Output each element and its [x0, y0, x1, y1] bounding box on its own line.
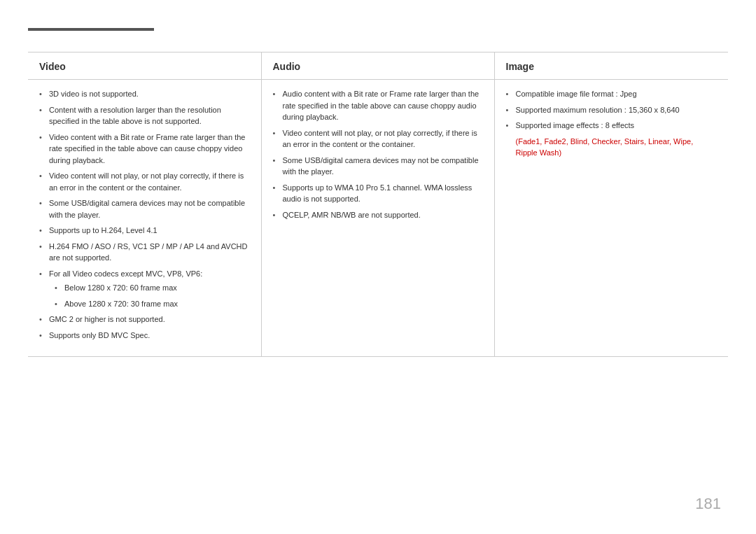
list-item: 3D video is not supported. [39, 88, 250, 100]
list-item: Supports up to WMA 10 Pro 5.1 channel. W… [273, 182, 483, 205]
list-item: Video content will not play, or not play… [39, 170, 250, 193]
list-item: Video content will not play, or not play… [273, 127, 483, 150]
list-item: Some USB/digital camera devices may not … [39, 197, 250, 220]
audio-cell: Audio content with a Bit rate or Frame r… [261, 80, 494, 357]
sub-list-item: Above 1280 x 720: 30 frame max [55, 298, 250, 310]
list-item: H.264 FMO / ASO / RS, VC1 SP / MP / AP L… [39, 241, 250, 264]
list-item: Compatible image file format : Jpeg [506, 88, 718, 100]
page-container: Video Audio Image 3D video is not suppor… [0, 0, 756, 534]
image-cell: Compatible image file format : Jpeg Supp… [494, 80, 728, 357]
header-video: Video [28, 52, 261, 80]
page-number: 181 [695, 495, 721, 513]
top-bar-decoration [28, 28, 154, 31]
image-list: Compatible image file format : Jpeg Supp… [506, 88, 718, 132]
sub-list-item: Below 1280 x 720: 60 frame max [55, 282, 250, 294]
list-item: Video content with a Bit rate or Frame r… [39, 132, 250, 167]
list-item: Supports only BD MVC Spec. [39, 330, 250, 342]
header-audio: Audio [261, 52, 494, 80]
content-table: Video Audio Image 3D video is not suppor… [28, 52, 728, 357]
video-cell: 3D video is not supported. Content with … [28, 80, 261, 357]
image-effects-highlight: (Fade1, Fade2, Blind, Checker, Stairs, L… [516, 136, 718, 159]
list-item: Supported image effects : 8 effects [506, 120, 718, 132]
list-item: Supports up to H.264, Level 4.1 [39, 225, 250, 237]
list-item: Supported maximum resolution : 15,360 x … [506, 104, 718, 116]
audio-list: Audio content with a Bit rate or Frame r… [273, 88, 483, 220]
video-list: 3D video is not supported. Content with … [39, 88, 250, 341]
list-item: Some USB/digital camera devices may not … [273, 155, 483, 178]
list-item: Content with a resolution larger than th… [39, 104, 250, 127]
list-item: QCELP, AMR NB/WB are not supported. [273, 209, 483, 221]
list-item: For all Video codecs except MVC, VP8, VP… [39, 268, 250, 310]
list-item: GMC 2 or higher is not supported. [39, 314, 250, 325]
video-sub-list: Below 1280 x 720: 60 frame max Above 128… [55, 282, 250, 309]
header-image: Image [494, 52, 728, 80]
list-item: Audio content with a Bit rate or Frame r… [273, 88, 483, 123]
